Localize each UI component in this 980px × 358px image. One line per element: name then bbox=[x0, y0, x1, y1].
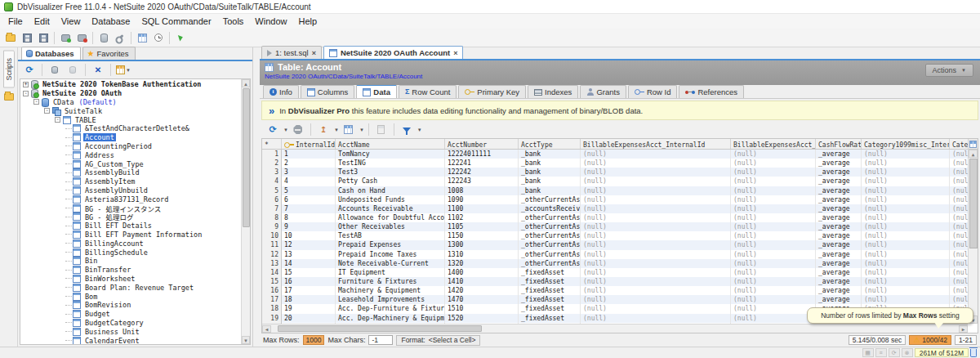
cell[interactable]: 1310 bbox=[445, 250, 519, 259]
cell[interactable]: Prepaid Expenses bbox=[336, 240, 445, 249]
close-icon[interactable]: × bbox=[312, 49, 316, 57]
cell[interactable]: _bank bbox=[519, 168, 581, 177]
cell[interactable]: 19 bbox=[262, 314, 282, 323]
menu-edit[interactable]: Edit bbox=[29, 15, 56, 28]
cell[interactable]: (null) bbox=[950, 250, 968, 259]
cell[interactable]: (null) bbox=[731, 195, 816, 204]
tree-item-netsuite-2020-oauth[interactable]: -NetSuite 2020 OAuth bbox=[20, 89, 241, 98]
toolbar-history-clock-icon[interactable] bbox=[150, 30, 167, 46]
cell[interactable]: (null) bbox=[581, 150, 731, 159]
tree-item-asteria837131-record[interactable]: Asteria837131_Record bbox=[20, 195, 241, 204]
cell[interactable]: 2 bbox=[262, 159, 282, 168]
cell[interactable]: _average bbox=[816, 286, 862, 295]
actions-button[interactable]: Actions▼ bbox=[925, 64, 973, 77]
cell[interactable]: 16 bbox=[282, 277, 336, 286]
menu-view[interactable]: View bbox=[56, 15, 87, 28]
cell[interactable]: (null) bbox=[862, 195, 950, 204]
table-row[interactable]: 1718Leasehold Improvements1470_fixedAsse… bbox=[262, 295, 968, 304]
grid-horizontal-scrollbar[interactable]: ◀ ▶ bbox=[262, 324, 968, 333]
cell[interactable]: 3 bbox=[282, 168, 336, 177]
tree-expander-icon[interactable]: - bbox=[44, 108, 50, 114]
cell[interactable]: 2 bbox=[282, 159, 336, 168]
cell[interactable]: 9 bbox=[282, 222, 336, 231]
export-button[interactable]: ↥ bbox=[315, 122, 332, 137]
tree-item-bin[interactable]: Bin bbox=[20, 257, 241, 266]
table-row[interactable]: 1010TestAB1150_otherCurrentAsset(null)(n… bbox=[262, 231, 968, 240]
cell[interactable]: (null) bbox=[862, 177, 950, 186]
cell[interactable]: (null) bbox=[581, 204, 731, 213]
cell[interactable]: Note Receivable-Current bbox=[336, 259, 445, 268]
close-icon[interactable]: × bbox=[453, 49, 457, 57]
cell[interactable]: 3 bbox=[262, 168, 282, 177]
cell[interactable]: (null) bbox=[581, 250, 731, 259]
duplicate-connection-button[interactable] bbox=[65, 62, 81, 78]
cell[interactable]: (null) bbox=[731, 204, 816, 213]
cell[interactable]: (null) bbox=[731, 168, 816, 177]
cell[interactable]: Petty Cash bbox=[336, 177, 445, 186]
cell[interactable]: TomNancy bbox=[336, 150, 445, 159]
garbage-collect-icon[interactable] bbox=[970, 349, 977, 357]
cell[interactable]: 1470 bbox=[445, 295, 519, 304]
toolbar-folder-icon[interactable] bbox=[2, 30, 19, 46]
tree-item-account[interactable]: Account bbox=[20, 133, 241, 142]
cell[interactable]: 1300 bbox=[445, 240, 519, 249]
cell[interactable]: 18 bbox=[282, 295, 336, 304]
cell[interactable]: _average bbox=[816, 177, 862, 186]
cell[interactable]: 13 bbox=[262, 259, 282, 268]
cell[interactable]: (null) bbox=[862, 286, 950, 295]
cell[interactable]: (null) bbox=[731, 159, 816, 168]
tree-item-bomrevision[interactable]: BomRevision bbox=[20, 301, 241, 310]
tree-scroll-thumb[interactable] bbox=[243, 88, 250, 227]
tree-item-bg-[interactable]: BG - 処理インスタンス bbox=[20, 204, 241, 213]
cell[interactable]: (null) bbox=[581, 222, 731, 231]
cell[interactable]: (null) bbox=[950, 195, 968, 204]
tree-item-calendarevent[interactable]: CalendarEvent bbox=[20, 336, 241, 344]
table-row[interactable]: 1112Prepaid Expenses1300_otherCurrentAss… bbox=[262, 240, 968, 249]
table-row[interactable]: 99Other Receivables1105_otherCurrentAsse… bbox=[262, 222, 968, 231]
cell[interactable]: Acc. Dep-Machinery & Equipment bbox=[336, 314, 445, 323]
cell[interactable]: 1510 bbox=[445, 304, 519, 313]
cell[interactable]: (null) bbox=[581, 277, 731, 286]
cell[interactable]: 14 bbox=[282, 259, 336, 268]
cell[interactable]: (null) bbox=[581, 268, 731, 277]
cell[interactable]: _average bbox=[816, 295, 862, 304]
menu-window[interactable]: Window bbox=[249, 15, 292, 28]
bookmarks-folder-icon[interactable] bbox=[4, 93, 14, 101]
cell[interactable]: (null) bbox=[731, 150, 816, 159]
cell[interactable]: 1410 bbox=[445, 277, 519, 286]
tree-item-accountingperiod[interactable]: AccountingPeriod bbox=[20, 142, 241, 151]
cell[interactable]: 12 bbox=[262, 250, 282, 259]
cell[interactable]: IT Equipment bbox=[336, 268, 445, 277]
cell[interactable]: _otherCurrentAsset bbox=[519, 259, 581, 268]
cell[interactable]: 17 bbox=[282, 286, 336, 295]
cell[interactable]: _average bbox=[816, 150, 862, 159]
sidebar-tab-favorites[interactable]: ★Favorites bbox=[82, 47, 136, 60]
tree-expander-icon[interactable]: - bbox=[33, 99, 39, 105]
cell[interactable]: 10 bbox=[282, 231, 336, 240]
column-header-internalid[interactable]: InternalId bbox=[282, 139, 336, 149]
max-chars-input[interactable]: -1 bbox=[368, 335, 393, 345]
cell[interactable]: _bank bbox=[519, 186, 581, 195]
tab-references[interactable]: References bbox=[679, 85, 744, 98]
sidebar-splitter[interactable] bbox=[253, 47, 260, 347]
tab-data[interactable]: Data bbox=[356, 84, 397, 98]
cell[interactable]: 18 bbox=[262, 304, 282, 313]
toolbar-save-icon[interactable] bbox=[19, 30, 35, 46]
table-row[interactable]: 44Petty Cash122243_bank(null)(null)_aver… bbox=[262, 177, 968, 186]
scroll-right-icon[interactable]: ▶ bbox=[959, 325, 968, 333]
cell[interactable]: 17 bbox=[262, 295, 282, 304]
cell[interactable]: (null) bbox=[581, 213, 731, 222]
cell[interactable]: _bank bbox=[519, 159, 581, 168]
scripts-side-tab[interactable]: Scripts bbox=[3, 51, 15, 88]
cell[interactable]: (null) bbox=[862, 213, 950, 222]
cell[interactable]: (null) bbox=[862, 231, 950, 240]
cell[interactable]: (null) bbox=[731, 250, 816, 259]
max-rows-input[interactable]: 1000 bbox=[303, 335, 325, 345]
tree-item-assemblybuild[interactable]: AssemblyBuild bbox=[20, 168, 241, 177]
cell[interactable]: _average bbox=[816, 259, 862, 268]
cell[interactable]: 6 bbox=[282, 195, 336, 204]
export-dropdown-icon[interactable]: ▼ bbox=[334, 128, 339, 132]
tree-refresh-button[interactable]: ⟳ bbox=[21, 62, 38, 78]
cell[interactable]: (null) bbox=[581, 295, 731, 304]
cell[interactable]: 13 bbox=[282, 250, 336, 259]
